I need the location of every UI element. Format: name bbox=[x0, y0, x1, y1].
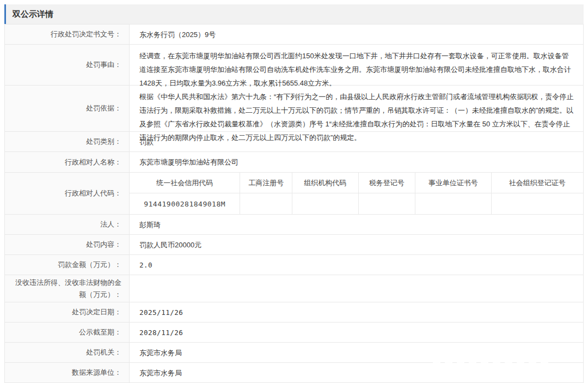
code-header-institution-cert: 事业单位证书号 bbox=[415, 173, 492, 193]
field-label: 处罚决定日期： bbox=[5, 302, 130, 322]
field-label: 处罚依据： bbox=[5, 86, 130, 131]
row-party-codes: 行政相对人代码： 统一社会信用代码 工商注册号 组织机构代码 税务登记号 事业单… bbox=[5, 173, 583, 215]
field-label: 处罚事由： bbox=[5, 45, 130, 85]
penalty-detail-table: 行政处罚决定书文号： 东水务行罚（2025）9号 处罚事由： 经调查，在东莞市塘… bbox=[4, 24, 584, 383]
code-header-credit-code: 统一社会信用代码 bbox=[130, 173, 240, 193]
field-label: 法人： bbox=[5, 215, 130, 234]
row-penalty-reason: 处罚事由： 经调查，在东莞市塘厦明华加油站有限公司西北面约150米处发现一口地下… bbox=[5, 45, 583, 86]
field-label: 行政处罚决定书文号： bbox=[5, 25, 130, 44]
row-decision-date: 处罚决定日期： 2025/11/26 bbox=[5, 302, 583, 323]
field-value: 2025/11/26 bbox=[130, 302, 583, 322]
row-party-name: 行政相对人名称： 东莞市塘厦明华加油站有限公司 bbox=[5, 152, 583, 173]
field-label: 罚款金额（万元）： bbox=[5, 255, 130, 275]
code-value-institution-cert bbox=[415, 193, 492, 214]
field-value: 统一社会信用代码 工商注册号 组织机构代码 税务登记号 事业单位证书号 社会组织… bbox=[130, 173, 583, 214]
field-value: 罚款人民币20000元 bbox=[130, 235, 583, 254]
field-value: 东莞市塘厦明华加油站有限公司 bbox=[130, 152, 583, 172]
field-value: 经调查，在东莞市塘厦明华加油站有限公司西北面约150米处发现一口地下井，地下井井… bbox=[130, 45, 583, 85]
row-penalty-content: 处罚内容： 罚款人民币20000元 bbox=[5, 235, 583, 255]
code-table-header-row: 统一社会信用代码 工商注册号 组织机构代码 税务登记号 事业单位证书号 社会组织… bbox=[130, 173, 583, 193]
page-title: 双公示详情 bbox=[4, 4, 584, 24]
field-value: 东水务行罚（2025）9号 bbox=[130, 25, 583, 44]
code-value-social-org-reg bbox=[492, 193, 583, 214]
code-table-value-row: 91441900281849018M bbox=[130, 193, 583, 214]
row-publicity-deadline: 公示截至期： 2028/11/26 bbox=[5, 323, 583, 343]
row-data-source: 数据来源单位： 东莞市水务局 bbox=[5, 363, 583, 383]
field-value: 2.0 bbox=[130, 255, 583, 275]
row-penalty-authority: 处罚机关： 东莞市水务局 bbox=[5, 343, 583, 363]
row-fine-amount: 罚款金额（万元）： 2.0 bbox=[5, 255, 583, 275]
field-value: 东莞市水务局 bbox=[130, 363, 583, 382]
field-value: 2028/11/26 bbox=[130, 323, 583, 342]
code-header-business-reg: 工商注册号 bbox=[240, 173, 292, 193]
field-value: 根据《中华人民共和国水法》第六十九条：“有下列行为之一的，由县级以上人民政府水行… bbox=[130, 86, 583, 131]
code-value-org-code bbox=[292, 193, 359, 214]
code-header-social-org-reg: 社会组织登记证号 bbox=[492, 173, 583, 193]
field-label: 数据来源单位： bbox=[5, 363, 130, 382]
code-header-tax-reg: 税务登记号 bbox=[359, 173, 415, 193]
field-value bbox=[130, 275, 583, 302]
row-confiscation-amount: 没收违法所得、没收非法财物的金额（万元）： bbox=[5, 275, 583, 302]
code-header-org-code: 组织机构代码 bbox=[292, 173, 359, 193]
field-value: 东莞市水务局 bbox=[130, 343, 583, 362]
field-label: 处罚类别： bbox=[5, 132, 130, 151]
row-penalty-category: 处罚类别： 罚款 bbox=[5, 132, 583, 152]
field-label: 处罚内容： bbox=[5, 235, 130, 254]
field-label: 公示截至期： bbox=[5, 323, 130, 342]
detail-panel: 双公示详情 行政处罚决定书文号： 东水务行罚（2025）9号 处罚事由： 经调查… bbox=[4, 4, 584, 383]
field-label: 处罚机关： bbox=[5, 343, 130, 362]
field-label: 没收违法所得、没收非法财物的金额（万元）： bbox=[5, 275, 130, 302]
row-legal-person: 法人： 彭斯琦 bbox=[5, 215, 583, 235]
row-penalty-basis: 处罚依据： 根据《中华人民共和国水法》第六十九条：“有下列行为之一的，由县级以上… bbox=[5, 86, 583, 132]
field-value: 罚款 bbox=[130, 132, 583, 151]
field-label: 行政相对人代码： bbox=[5, 173, 130, 214]
row-decision-number: 行政处罚决定书文号： 东水务行罚（2025）9号 bbox=[5, 25, 583, 45]
field-label: 行政相对人名称： bbox=[5, 152, 130, 172]
code-value-business-reg bbox=[240, 193, 292, 214]
code-value-credit-code: 91441900281849018M bbox=[130, 193, 240, 214]
field-value: 彭斯琦 bbox=[130, 215, 583, 234]
code-value-tax-reg bbox=[359, 193, 415, 214]
party-code-table: 统一社会信用代码 工商注册号 组织机构代码 税务登记号 事业单位证书号 社会组织… bbox=[130, 173, 583, 214]
